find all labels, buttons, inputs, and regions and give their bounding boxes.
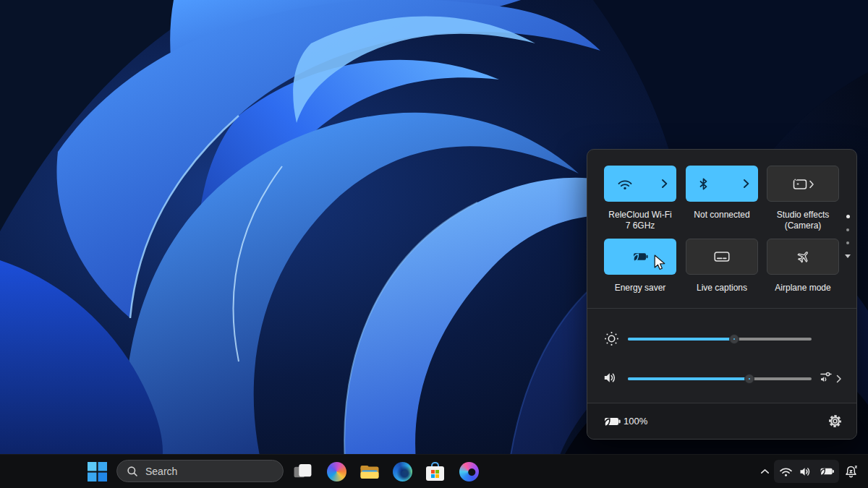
page-dot-current[interactable] xyxy=(846,215,850,218)
volume-slider-thumb[interactable] xyxy=(745,374,754,383)
microsoft-store-icon xyxy=(425,462,445,481)
notification-bell-button[interactable] xyxy=(841,463,860,480)
tray-volume-icon xyxy=(799,466,812,477)
studio-effects-icon xyxy=(791,177,815,191)
edge-icon xyxy=(393,462,412,481)
cursor-arrow xyxy=(653,254,666,270)
bluetooth-expand-chevron[interactable] xyxy=(743,179,749,189)
wifi-tile[interactable] xyxy=(604,166,676,202)
desktop: ReleCloud Wi-Fi 7 6GHz Not connected Stu… xyxy=(0,0,868,488)
brightness-slider-fill xyxy=(628,338,734,341)
start-icon xyxy=(88,462,107,481)
edge-button[interactable] xyxy=(392,461,413,482)
wifi-expand-chevron[interactable] xyxy=(661,179,668,189)
quick-settings-tray-button[interactable] xyxy=(774,460,839,483)
wifi-tile-label: ReleCloud Wi-Fi 7 6GHz xyxy=(606,210,674,231)
sound-output-chevron[interactable] xyxy=(835,374,842,383)
studio-effects-tile[interactable] xyxy=(767,166,839,202)
volume-slider[interactable] xyxy=(628,377,812,380)
tray-battery-energy-saver-icon xyxy=(819,466,835,476)
brightness-slider[interactable] xyxy=(628,338,812,341)
ms-logo-green xyxy=(435,470,439,474)
task-view-button[interactable] xyxy=(292,461,313,482)
page-indicator-down-arrow[interactable] xyxy=(845,254,851,258)
microsoft-365-icon xyxy=(459,462,479,481)
settings-gear-icon[interactable] xyxy=(828,414,842,428)
page-dot[interactable] xyxy=(846,228,849,231)
dnd-bell-icon xyxy=(843,465,859,479)
brightness-slider-thumb[interactable] xyxy=(730,335,739,343)
copilot-icon xyxy=(327,462,346,481)
file-explorer-button[interactable] xyxy=(359,462,380,481)
ms-logo-red xyxy=(431,470,435,474)
microsoft-store-button[interactable] xyxy=(425,461,446,482)
energy-saver-tile-label: Energy saver xyxy=(606,283,674,294)
airplane-mode-icon xyxy=(796,249,811,265)
studio-effects-tile-label: Studio effects (Camera) xyxy=(769,210,837,231)
volume-icon[interactable] xyxy=(603,372,618,384)
airplane-mode-tile-label: Airplane mode xyxy=(769,283,837,294)
wifi-icon xyxy=(617,178,633,190)
ms-logo-yellow xyxy=(435,474,439,478)
live-captions-tile-label: Live captions xyxy=(688,283,756,294)
copilot-button[interactable] xyxy=(326,461,347,482)
ms-logo-blue xyxy=(431,474,435,478)
search-icon xyxy=(127,466,138,477)
bluetooth-tile-label: Not connected xyxy=(688,210,756,221)
task-view-icon xyxy=(293,462,312,481)
file-explorer-icon xyxy=(359,463,380,481)
energy-saver-icon xyxy=(631,251,649,262)
microsoft-365-button[interactable] xyxy=(459,461,480,482)
search-label: Search xyxy=(145,466,177,477)
airplane-mode-tile[interactable] xyxy=(767,239,839,275)
start-button[interactable] xyxy=(87,461,108,482)
tray-wifi-icon xyxy=(779,466,793,477)
bluetooth-icon xyxy=(699,178,708,190)
quick-settings-panel: ReleCloud Wi-Fi 7 6GHz Not connected Stu… xyxy=(587,149,857,440)
hidden-icons-chevron xyxy=(760,468,770,474)
bluetooth-tile[interactable] xyxy=(686,166,758,202)
volume-slider-fill xyxy=(628,377,749,380)
brightness-icon xyxy=(604,331,619,346)
search-box[interactable]: Search xyxy=(116,460,284,482)
panel-divider xyxy=(587,308,856,309)
battery-percent: 100% xyxy=(624,416,647,427)
hidden-icons-button[interactable] xyxy=(757,464,773,479)
live-captions-tile[interactable] xyxy=(686,239,758,275)
page-indicator xyxy=(843,215,853,258)
live-captions-icon xyxy=(714,251,730,262)
battery-energy-saver-icon xyxy=(603,416,621,427)
sound-output-icon[interactable] xyxy=(820,371,834,384)
page-dot[interactable] xyxy=(846,241,849,244)
taskbar: Search xyxy=(0,454,868,488)
